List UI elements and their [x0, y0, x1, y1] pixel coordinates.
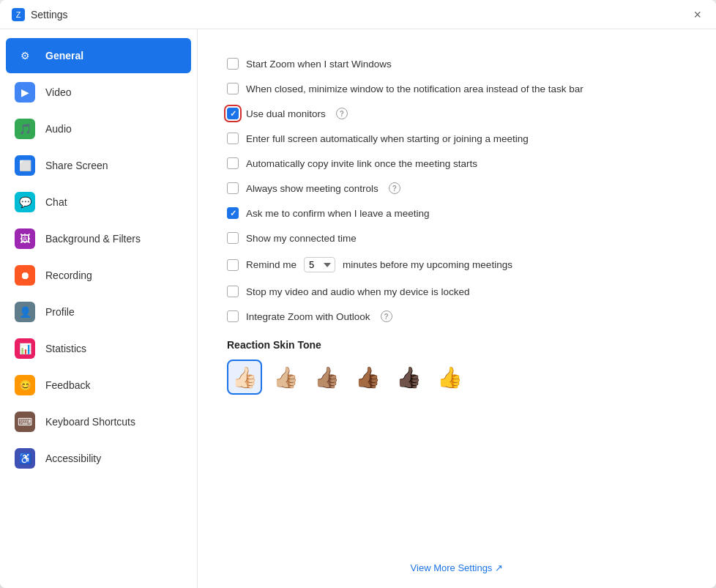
checkbox-integrate-outlook[interactable] — [227, 310, 239, 322]
background-icon: 🖼 — [15, 228, 35, 249]
label-full-screen: Enter full screen automatically when sta… — [246, 133, 529, 144]
sidebar-label-chat: Chat — [45, 196, 67, 208]
setting-row-stop-video: Stop my video and audio when my device i… — [227, 279, 687, 304]
general-icon: ⚙ — [15, 45, 35, 66]
checkbox-stop-video[interactable] — [227, 286, 239, 297]
chat-icon: 💬 — [15, 192, 35, 212]
sidebar-label-keyboard: Keyboard Shortcuts — [45, 416, 135, 428]
label-connected-time: Show my connected time — [246, 233, 357, 244]
sidebar-item-audio[interactable]: 🎵Audio — [6, 111, 191, 146]
remind-me-checkbox[interactable] — [227, 259, 239, 271]
label-dual-monitors: Use dual monitors — [246, 108, 326, 119]
label-stop-video: Stop my video and audio when my device i… — [246, 286, 469, 297]
help-icon-show-controls[interactable]: ? — [389, 182, 400, 194]
sidebar: ⚙General▶Video🎵Audio⬜Share Screen💬Chat🖼B… — [0, 29, 198, 588]
accessibility-icon: ♿ — [15, 448, 35, 469]
sidebar-label-audio: Audio — [45, 123, 72, 135]
sidebar-item-chat[interactable]: 💬Chat — [6, 185, 191, 220]
skin-tone-tone-1[interactable]: 👍🏻 — [227, 360, 262, 395]
skin-tones-row: 👍🏻👍🏼👍🏽👍🏾👍🏿👍 — [227, 357, 687, 403]
sidebar-label-general: General — [45, 50, 83, 62]
sidebar-item-keyboard[interactable]: ⌨Keyboard Shortcuts — [6, 404, 191, 439]
content-area: ⚙General▶Video🎵Audio⬜Share Screen💬Chat🖼B… — [0, 29, 716, 588]
settings-window: Z Settings × ⚙General▶Video🎵Audio⬜Share … — [0, 0, 716, 588]
sidebar-label-share-screen: Share Screen — [45, 160, 108, 171]
setting-row-copy-invite: Automatically copy invite link once the … — [227, 151, 687, 176]
main-wrapper: Start Zoom when I start WindowsWhen clos… — [198, 29, 716, 588]
setting-row-minimize-window: When closed, minimize window to the noti… — [227, 76, 687, 101]
setting-row-confirm-leave: Ask me to confirm when I leave a meeting — [227, 201, 687, 226]
remind-me-select[interactable]: 510152030 — [304, 257, 335, 272]
sidebar-label-background: Background & Filters — [45, 233, 141, 245]
sidebar-item-profile[interactable]: 👤Profile — [6, 294, 191, 330]
skin-tone-tone-4[interactable]: 👍🏾 — [350, 360, 385, 395]
skin-tone-title: Reaction Skin Tone — [227, 329, 687, 357]
external-link-icon: ↗ — [495, 562, 503, 573]
remind-me-suffix: minutes before my upcoming meetings — [343, 259, 512, 270]
sidebar-item-feedback[interactable]: 😊Feedback — [6, 368, 191, 403]
label-integrate-outlook: Integrate Zoom with Outlook — [246, 311, 370, 322]
close-button[interactable]: × — [690, 7, 704, 23]
checkbox-start-zoom[interactable] — [227, 58, 239, 70]
feedback-icon: 😊 — [15, 375, 35, 395]
remind-me-row: Remind me510152030minutes before my upco… — [227, 250, 687, 279]
view-more-label: View More Settings — [411, 562, 493, 573]
setting-row-integrate-outlook: Integrate Zoom with Outlook? — [227, 304, 687, 329]
setting-row-dual-monitors: Use dual monitors? — [227, 101, 687, 126]
help-icon-dual-monitors[interactable]: ? — [336, 108, 348, 119]
checkbox-dual-monitors[interactable] — [227, 108, 239, 119]
settings-section: Start Zoom when I start WindowsWhen clos… — [227, 51, 687, 403]
checkbox-full-screen[interactable] — [227, 133, 239, 144]
recording-icon: ⏺ — [15, 265, 35, 286]
sidebar-label-recording: Recording — [45, 269, 92, 281]
share-screen-icon: ⬜ — [15, 155, 35, 176]
keyboard-icon: ⌨ — [15, 412, 35, 432]
skin-tone-tone-5[interactable]: 👍🏿 — [391, 360, 426, 395]
sidebar-item-recording[interactable]: ⏺Recording — [6, 258, 191, 293]
skin-tone-tone-2[interactable]: 👍🏼 — [268, 360, 303, 395]
sidebar-item-general[interactable]: ⚙General — [6, 38, 191, 73]
label-minimize-window: When closed, minimize window to the noti… — [246, 83, 583, 94]
checkbox-copy-invite[interactable] — [227, 157, 239, 169]
window-title: Settings — [31, 9, 68, 21]
setting-row-start-zoom: Start Zoom when I start Windows — [227, 51, 687, 76]
checkbox-show-controls[interactable] — [227, 182, 239, 194]
statistics-icon: 📊 — [15, 338, 35, 359]
sidebar-item-accessibility[interactable]: ♿Accessibility — [6, 441, 191, 476]
sidebar-label-profile: Profile — [45, 306, 75, 318]
label-show-controls: Always show meeting controls — [246, 183, 378, 194]
sidebar-label-accessibility: Accessibility — [45, 453, 101, 464]
skin-tone-tone-6[interactable]: 👍 — [432, 360, 467, 395]
setting-row-show-controls: Always show meeting controls? — [227, 176, 687, 201]
sidebar-item-video[interactable]: ▶Video — [6, 75, 191, 110]
label-start-zoom: Start Zoom when I start Windows — [246, 59, 392, 70]
profile-icon: 👤 — [15, 302, 35, 322]
sidebar-label-statistics: Statistics — [45, 343, 86, 354]
sidebar-item-share-screen[interactable]: ⬜Share Screen — [6, 148, 191, 183]
remind-me-label: Remind me — [246, 259, 297, 270]
sidebar-item-statistics[interactable]: 📊Statistics — [6, 331, 191, 366]
setting-row-full-screen: Enter full screen automatically when sta… — [227, 126, 687, 151]
sidebar-label-video: Video — [45, 86, 72, 98]
main-content: Start Zoom when I start WindowsWhen clos… — [198, 29, 716, 565]
audio-icon: 🎵 — [15, 119, 35, 139]
app-icon: Z — [12, 8, 25, 21]
setting-row-connected-time: Show my connected time — [227, 226, 687, 250]
titlebar-left: Z Settings — [12, 8, 68, 21]
checkbox-minimize-window[interactable] — [227, 83, 239, 94]
help-icon-integrate-outlook[interactable]: ? — [381, 310, 392, 322]
label-confirm-leave: Ask me to confirm when I leave a meeting — [246, 208, 430, 219]
view-more-container: View More Settings ↗ — [198, 565, 716, 588]
checkbox-connected-time[interactable] — [227, 232, 239, 244]
titlebar: Z Settings × — [0, 0, 716, 29]
sidebar-item-background[interactable]: 🖼Background & Filters — [6, 221, 191, 256]
skin-tone-tone-3[interactable]: 👍🏽 — [309, 360, 344, 395]
view-more-link[interactable]: View More Settings ↗ — [411, 562, 504, 573]
sidebar-label-feedback: Feedback — [45, 379, 90, 391]
video-icon: ▶ — [15, 82, 35, 103]
checkbox-confirm-leave[interactable] — [227, 207, 239, 219]
label-copy-invite: Automatically copy invite link once the … — [246, 158, 477, 169]
